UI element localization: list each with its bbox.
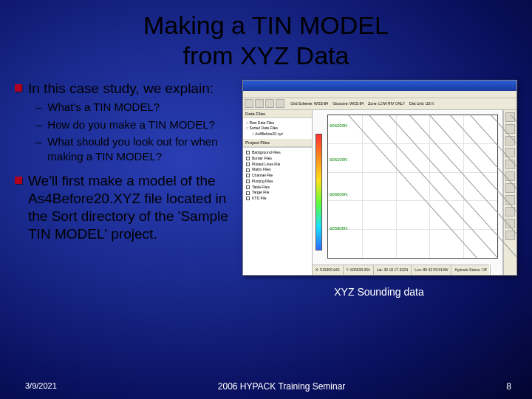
window-body: Data Files Raw Data Files Sorted Data Fi… bbox=[243, 110, 516, 275]
file-label: KTD File bbox=[252, 196, 266, 202]
file-label: Plotting Files bbox=[252, 179, 273, 185]
panel-title: Data Files bbox=[243, 110, 312, 118]
slide-title: Making a TIN MODEL from XYZ Data bbox=[0, 0, 532, 71]
project-files: Background Files Border Files Plotted Li… bbox=[243, 147, 312, 275]
bullet-icon bbox=[15, 84, 22, 92]
bullet-2-text: We'll first make a model of the As4Befor… bbox=[28, 172, 235, 242]
right-column: Grid Scheme: WGS-84 Geozone: WGS 84 Zone… bbox=[235, 80, 516, 298]
plot-area: 606200N 606100N 606000N 605900N bbox=[313, 110, 503, 275]
topbar-text: Zone: LOW RIV ONLY bbox=[368, 101, 405, 106]
status-cell: Lon: 89 42 59.919W bbox=[412, 265, 451, 275]
title-line1: Making a TIN MODEL bbox=[143, 11, 389, 39]
file-label: Border Files bbox=[252, 156, 272, 162]
tree-item: Sorted Data Files bbox=[246, 126, 309, 132]
bullet-1: In this case study, we explain: bbox=[15, 80, 235, 98]
sub-bullets: –What's a TIN MODEL? –How do you make a … bbox=[34, 100, 235, 163]
checkbox-icon bbox=[246, 151, 250, 154]
file-item: Border Files bbox=[246, 156, 309, 162]
screenshot-caption: XYZ Sounding data bbox=[242, 286, 516, 298]
footer-seminar: 2006 HYPACK Training Seminar bbox=[57, 381, 506, 392]
dash-icon: – bbox=[35, 134, 41, 163]
checkbox-icon bbox=[246, 157, 250, 160]
tool-button bbox=[505, 171, 515, 181]
window-toolbar: Grid Scheme: WGS-84 Geozone: WGS 84 Zone… bbox=[243, 98, 516, 110]
checkbox-icon bbox=[246, 168, 250, 172]
axis-label: 606000N bbox=[330, 192, 347, 197]
file-item: Background Files bbox=[246, 150, 309, 156]
file-label: Target File bbox=[252, 190, 269, 196]
checkbox-icon bbox=[246, 191, 250, 195]
dash-icon: – bbox=[35, 117, 41, 132]
status-bar: X: 515300.640 Y: 605933.054 Lat: 30 18 1… bbox=[313, 265, 489, 275]
file-label: Plotted Lines File bbox=[252, 162, 280, 168]
window-menubar bbox=[243, 91, 516, 98]
footer-page-number: 8 bbox=[506, 381, 511, 392]
footer-date: 3/9/2021 bbox=[25, 381, 57, 392]
file-item: Matrix Files bbox=[246, 167, 309, 173]
file-item: Target File bbox=[246, 190, 309, 196]
file-tree: Raw Data Files Sorted Data Files As4Befo… bbox=[243, 118, 312, 140]
window-titlebar bbox=[243, 81, 516, 91]
checkbox-icon bbox=[246, 163, 250, 166]
bullet-icon bbox=[15, 177, 22, 184]
sub-item: –What's a TIN MODEL? bbox=[34, 100, 235, 115]
slide-footer: 3/9/2021 2006 HYPACK Training Seminar 8 bbox=[0, 381, 532, 392]
toolbar-button bbox=[255, 99, 264, 108]
checkbox-icon bbox=[246, 185, 250, 189]
sub-item: –What should you look out for when makin… bbox=[34, 134, 235, 163]
file-item: Channel File bbox=[246, 173, 309, 179]
title-line2: from XYZ Data bbox=[183, 41, 349, 69]
axis-label: 606100N bbox=[330, 157, 347, 162]
axis-label: 605900N bbox=[330, 226, 347, 231]
tree-item: Raw Data Files bbox=[246, 120, 309, 126]
file-item: Plotted Lines File bbox=[246, 162, 309, 168]
checkbox-icon bbox=[246, 180, 250, 183]
sub-text: What's a TIN MODEL? bbox=[47, 100, 160, 115]
toolbar-button bbox=[276, 99, 284, 108]
bullet-2: We'll first make a model of the As4Befor… bbox=[15, 172, 235, 242]
dash-icon: – bbox=[35, 100, 41, 115]
topbar-text: Dist Unit: US ft bbox=[409, 101, 434, 106]
status-cell: Hydrack Status: Off bbox=[451, 265, 490, 275]
file-item: Table Files bbox=[246, 185, 309, 191]
color-gradient bbox=[316, 134, 322, 250]
left-panel: Data Files Raw Data Files Sorted Data Fi… bbox=[243, 110, 313, 275]
toolbar-button bbox=[245, 99, 253, 108]
file-label: Table Files bbox=[252, 185, 270, 191]
sub-item: –How do you make a TIN MODEL? bbox=[34, 117, 235, 132]
file-item: KTD File bbox=[246, 196, 309, 202]
topbar-text: Geozone: WGS 84 bbox=[332, 101, 364, 106]
axis-label: 606200N bbox=[330, 123, 347, 128]
content-area: In this case study, we explain: –What's … bbox=[0, 71, 532, 298]
plot-canvas: 606200N 606100N 606000N 605900N bbox=[327, 115, 498, 259]
checkbox-icon bbox=[246, 197, 250, 200]
bullet-1-text: In this case study, we explain: bbox=[28, 80, 214, 98]
file-label: Channel File bbox=[252, 173, 273, 179]
status-cell: Y: 605933.054 bbox=[344, 265, 374, 275]
status-cell: Lat: 30 18 17.322N bbox=[374, 265, 412, 275]
panel-title: Project Files bbox=[243, 139, 312, 147]
toolbar-info: Grid Scheme: WGS-84 Geozone: WGS 84 Zone… bbox=[286, 101, 515, 106]
app-screenshot: Grid Scheme: WGS-84 Geozone: WGS 84 Zone… bbox=[242, 80, 517, 276]
tree-item: As4Before20.xyz bbox=[246, 132, 309, 137]
file-label: Matrix Files bbox=[252, 167, 271, 173]
topbar-text: Grid Scheme: WGS-84 bbox=[290, 101, 328, 106]
checkbox-icon bbox=[246, 174, 250, 177]
sub-text: What should you look out for when making… bbox=[47, 134, 235, 163]
toolbar-button bbox=[265, 99, 274, 108]
left-column: In this case study, we explain: –What's … bbox=[15, 80, 235, 298]
file-item: Plotting Files bbox=[246, 179, 309, 185]
sub-text: How do you make a TIN MODEL? bbox=[47, 117, 214, 132]
file-label: Background Files bbox=[252, 150, 281, 156]
status-cell: X: 515300.640 bbox=[313, 265, 344, 275]
